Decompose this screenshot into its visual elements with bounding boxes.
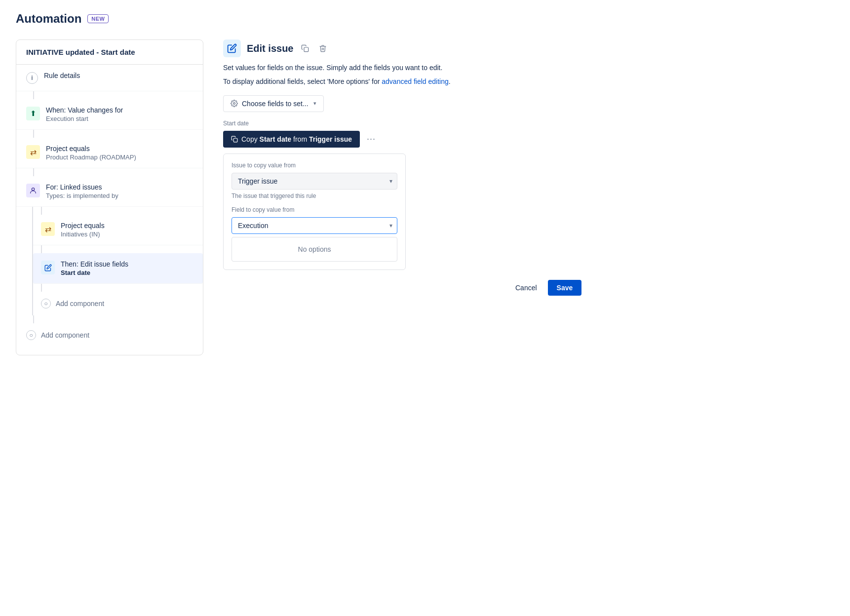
dropdown-card: Issue to copy value from Trigger issue ▾… — [223, 154, 406, 270]
sidebar: INITIATIVE updated - Start date i Rule d… — [16, 39, 203, 355]
linked-icon — [26, 184, 40, 197]
then-edit-subtitle: Start date — [61, 269, 193, 276]
sidebar-item-project-2[interactable]: ⇄ Project equals Initiatives (IN) — [33, 215, 203, 245]
save-button[interactable]: Save — [548, 280, 582, 296]
description-2: To display additional fields, select 'Mo… — [223, 76, 834, 87]
add-main-circle-icon: ○ — [26, 330, 36, 340]
action-buttons: Cancel Save — [509, 280, 834, 296]
sidebar-item-when[interactable]: ⬆ When: Value changes for Execution star… — [16, 99, 203, 130]
connector-line-1 — [33, 91, 34, 99]
copy-btn-text: Copy Start date from Trigger issue — [241, 135, 352, 143]
issue-copy-label: Issue to copy value from — [232, 162, 397, 169]
trigger-issue-select[interactable]: Trigger issue — [232, 173, 397, 190]
nested-connector-2 — [41, 245, 42, 253]
shuffle-icon-2: ⇄ — [41, 222, 55, 236]
copy-icon — [231, 136, 238, 143]
trigger-icon: ⬆ — [26, 107, 40, 120]
connector-line-2 — [33, 130, 34, 138]
trigger-helper-text: The issue that triggered this rule — [232, 192, 397, 199]
sidebar-item-linked[interactable]: For: Linked issues Types: is implemented… — [16, 176, 203, 207]
field-copy-select[interactable]: Execution — [232, 217, 397, 234]
sidebar-nested: ⇄ Project equals Initiatives (IN) Then: … — [32, 207, 203, 315]
add-component-main[interactable]: ○ Add component — [16, 323, 203, 347]
svg-rect-3 — [233, 138, 237, 142]
start-date-section: Start date Copy Start date from Trigger … — [223, 120, 834, 296]
pencil-icon — [227, 43, 237, 53]
svg-point-0 — [32, 188, 34, 191]
sidebar-item-then-edit[interactable]: Then: Edit issue fields Start date — [33, 253, 203, 284]
cancel-button[interactable]: Cancel — [509, 280, 543, 296]
more-options-button[interactable]: ··· — [364, 131, 379, 147]
no-options-text: No options — [298, 245, 331, 253]
choose-fields-button[interactable]: Choose fields to set... ▾ — [223, 95, 324, 112]
linked-title: For: Linked issues — [46, 183, 193, 191]
copy-start-date-button[interactable]: Copy Start date from Trigger issue — [223, 131, 360, 148]
page-title: Automation — [16, 12, 81, 26]
add-nested-circle-icon: ○ — [41, 299, 51, 308]
nested-connector-3 — [41, 284, 42, 292]
start-date-label: Start date — [223, 120, 834, 127]
rule-details-title: Rule details — [44, 72, 193, 79]
when-subtitle: Execution start — [46, 115, 193, 122]
description-1: Set values for fields on the issue. Simp… — [223, 62, 834, 73]
choose-fields-label: Choose fields to set... — [242, 100, 309, 108]
project-equals-1-subtitle: Product Roadmap (ROADMAP) — [46, 154, 193, 161]
add-main-label: Add component — [41, 331, 89, 339]
edit-issue-title: Edit issue — [247, 43, 293, 54]
linked-subtitle: Types: is implemented by — [46, 192, 193, 199]
svg-rect-1 — [304, 47, 309, 52]
copy-issue-button[interactable] — [299, 42, 311, 54]
project-equals-2-title: Project equals — [61, 222, 193, 230]
info-icon: i — [26, 72, 38, 84]
trigger-issue-wrapper: Trigger issue ▾ — [232, 173, 397, 190]
no-options-box: No options — [232, 237, 397, 262]
delete-issue-button[interactable] — [317, 42, 329, 54]
new-badge: NEW — [87, 14, 109, 23]
sidebar-item-project-1[interactable]: ⇄ Project equals Product Roadmap (ROADMA… — [16, 138, 203, 168]
connector-line-3 — [33, 168, 34, 176]
advanced-field-link[interactable]: advanced field editing — [382, 77, 448, 85]
shuffle-icon-1: ⇄ — [26, 145, 40, 159]
field-copy-wrapper: Execution ▾ — [232, 217, 397, 234]
project-equals-1-title: Project equals — [46, 145, 193, 153]
then-edit-title: Then: Edit issue fields — [61, 260, 193, 268]
nested-connector-1 — [41, 207, 42, 215]
choose-fields-chevron: ▾ — [313, 100, 316, 107]
edit-icon — [41, 261, 55, 274]
connector-line-main-bottom — [33, 315, 34, 323]
sidebar-rule-title: INITIATIVE updated - Start date — [16, 48, 203, 65]
sidebar-item-rule-details[interactable]: i Rule details — [16, 65, 203, 91]
when-title: When: Value changes for — [46, 106, 193, 114]
right-panel: Edit issue Set values for fields on the … — [223, 39, 834, 296]
add-component-nested[interactable]: ○ Add component — [33, 292, 203, 315]
svg-point-2 — [233, 103, 235, 105]
add-nested-label: Add component — [56, 300, 104, 308]
gear-icon — [231, 100, 238, 107]
edit-issue-icon-box — [223, 39, 241, 57]
project-equals-2-subtitle: Initiatives (IN) — [61, 231, 193, 238]
field-copy-label: Field to copy value from — [232, 206, 397, 213]
